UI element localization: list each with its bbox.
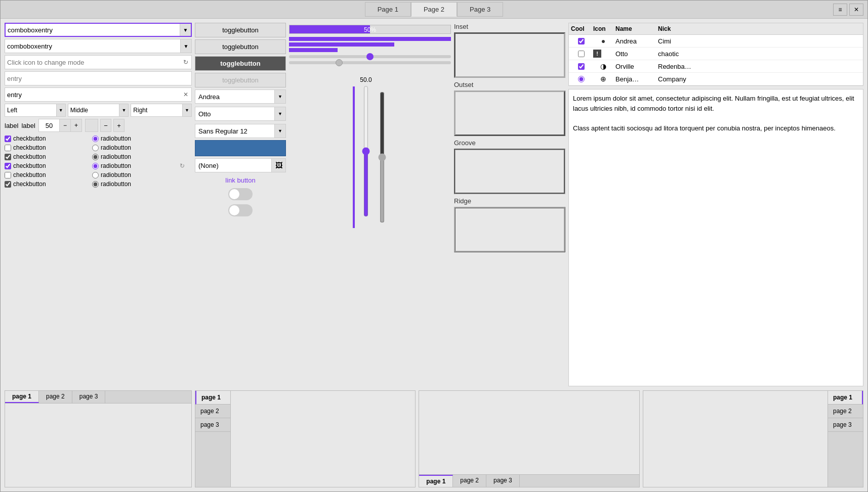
close-button[interactable]: ✕ — [849, 4, 863, 16]
checkbox-3[interactable] — [5, 154, 11, 160]
left-combo[interactable]: Left ▼ — [5, 104, 66, 117]
row3-checkbox[interactable] — [578, 63, 585, 70]
tab-page1[interactable]: Page 1 — [365, 2, 411, 17]
spin-icon-4[interactable]: ↻ — [180, 162, 192, 169]
radio-4[interactable] — [92, 163, 99, 169]
spinner-plus[interactable]: + — [70, 119, 81, 131]
row3-check[interactable] — [571, 63, 591, 70]
table-row-1[interactable]: ● Andrea Cimi — [569, 35, 863, 48]
borders-panel: Inset Outset Groove Ridge — [454, 23, 565, 386]
font-combo-arrow[interactable]: ▼ — [274, 124, 285, 138]
checkbox-1[interactable] — [5, 136, 11, 142]
vslider-2[interactable] — [361, 85, 371, 217]
color-picker-button[interactable] — [195, 140, 286, 156]
combo-entry-1-input[interactable]: comboboxentry — [6, 25, 180, 35]
notebook-4-rtab-1[interactable]: page 1 — [828, 391, 863, 405]
notebook-3-tab-1[interactable]: page 1 — [419, 475, 453, 487]
groove-title: Groove — [454, 139, 565, 147]
tab-page3[interactable]: Page 3 — [457, 2, 503, 17]
menu-button[interactable]: ≡ — [833, 4, 847, 16]
switch-2[interactable] — [228, 204, 253, 216]
radio-2[interactable] — [92, 145, 99, 151]
radio-3[interactable] — [92, 154, 99, 160]
notebook-1-tab-1[interactable]: page 1 — [5, 391, 39, 403]
icon-entry[interactable]: ↻ — [5, 55, 192, 69]
otto-combo[interactable]: Otto ▼ — [195, 107, 286, 121]
combo-entry-1[interactable]: comboboxentry ▼ — [5, 23, 192, 37]
toggle-btn-2[interactable]: togglebutton — [195, 39, 286, 54]
notebook-3-tab-3[interactable]: page 3 — [486, 475, 520, 487]
notebook-3-tab-2[interactable]: page 2 — [453, 475, 486, 487]
middle-combo[interactable]: Middle ▼ — [68, 104, 129, 117]
notebook-4-rtab-2[interactable]: page 2 — [828, 405, 863, 418]
checkbox-4[interactable] — [5, 163, 11, 169]
progress-label: 50% — [290, 25, 450, 34]
combo-box-1[interactable]: comboboxentry ▼ — [5, 39, 192, 53]
spin-icon-2 — [180, 144, 192, 151]
check-item-4: checkbutton — [5, 162, 91, 169]
entry-clear-input[interactable] — [5, 90, 180, 100]
toggle-btn-4[interactable]: togglebutton — [195, 73, 286, 87]
font-combo[interactable]: Sans Regular 12 ▼ — [195, 124, 286, 138]
checkbox-6[interactable] — [5, 181, 11, 188]
row4-radio[interactable] — [571, 76, 591, 82]
radio-5[interactable] — [92, 172, 99, 178]
right-combo[interactable]: Right ▼ — [131, 104, 192, 117]
table-row-3[interactable]: ◑ Orville Redenba… — [569, 60, 863, 73]
hslider-2[interactable] — [289, 61, 451, 64]
row1-checkbox[interactable] — [578, 38, 585, 44]
icon-entry-input[interactable] — [5, 58, 180, 67]
switch-1[interactable] — [228, 188, 253, 200]
notebook-1-tab-3[interactable]: page 3 — [72, 391, 106, 403]
combo-box-1-arrow[interactable]: ▼ — [180, 39, 191, 53]
left-combo-arrow[interactable]: ▼ — [56, 104, 65, 116]
vslider-3[interactable] — [377, 92, 387, 223]
clear-button[interactable]: ✕ — [180, 88, 191, 101]
notebook-2-vtab-3[interactable]: page 3 — [195, 418, 230, 432]
row1-check[interactable] — [571, 38, 591, 44]
checkbox-5[interactable] — [5, 172, 11, 178]
row4-name: Benja… — [615, 75, 656, 83]
row2-checkbox[interactable] — [578, 51, 585, 57]
row4-radio-input[interactable] — [578, 76, 585, 82]
combo-box-1-input[interactable]: comboboxentry — [5, 41, 180, 51]
row2-check[interactable] — [571, 51, 591, 57]
vtrack-1 — [353, 86, 355, 228]
spinner-minus[interactable]: − — [59, 119, 70, 131]
image-combo[interactable]: (None) 🖼 — [195, 158, 286, 172]
notebook-2-vtab-2[interactable]: page 2 — [195, 405, 230, 418]
link-button[interactable]: link button — [195, 174, 286, 186]
color-minus[interactable]: − — [100, 119, 111, 132]
bottom-area: page 1 page 2 page 3 page 1 page 2 page … — [1, 390, 867, 491]
notebook-1-tab-2[interactable]: page 2 — [39, 391, 72, 403]
hslider-1[interactable] — [289, 55, 451, 58]
radio-2-label: radiobutton — [101, 144, 131, 151]
checkbox-2[interactable] — [5, 145, 11, 151]
plain-entry[interactable] — [5, 71, 192, 85]
color-box[interactable] — [85, 119, 98, 132]
label-2: label — [21, 122, 35, 129]
toggle-btn-1[interactable]: togglebutton — [195, 23, 286, 37]
table-row-4[interactable]: ⊕ Benja… Company — [569, 73, 863, 85]
refresh-icon[interactable]: ↻ — [180, 56, 191, 69]
notebook-4-rtab-3[interactable]: page 3 — [828, 418, 863, 432]
notebook-2: page 1 page 2 page 3 — [195, 390, 416, 487]
otto-combo-arrow[interactable]: ▼ — [274, 107, 285, 120]
right-combo-arrow[interactable]: ▼ — [182, 104, 191, 116]
toggle-btn-3[interactable]: togglebutton — [195, 56, 286, 71]
entry-with-clear[interactable]: ✕ — [5, 87, 192, 102]
table-row-2[interactable]: ! Otto chaotic — [569, 48, 863, 60]
otto-combo-value: Otto — [195, 109, 274, 119]
row1-icon: ● — [593, 37, 613, 45]
image-icon[interactable]: 🖼 — [271, 159, 285, 172]
left-panel: comboboxentry ▼ comboboxentry ▼ ↻ ✕ — [5, 23, 192, 386]
color-plus[interactable]: + — [113, 119, 125, 132]
tab-page2[interactable]: Page 2 — [411, 2, 457, 17]
andrea-combo-arrow[interactable]: ▼ — [274, 90, 285, 103]
notebook-2-vtab-1[interactable]: page 1 — [195, 391, 230, 405]
radio-6[interactable] — [92, 181, 99, 188]
combo-entry-1-arrow[interactable]: ▼ — [180, 24, 191, 36]
middle-combo-arrow[interactable]: ▼ — [119, 104, 128, 116]
radio-1[interactable] — [92, 136, 99, 142]
andrea-combo[interactable]: Andrea ▼ — [195, 90, 286, 104]
